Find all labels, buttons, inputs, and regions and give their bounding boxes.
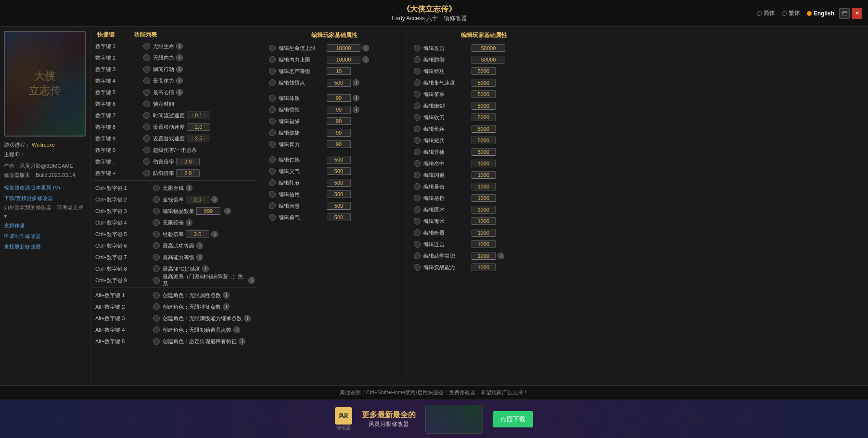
ad-download-button[interactable]: 点面下载 — [493, 411, 533, 427]
edit-spear-input[interactable] — [472, 125, 496, 133]
toggle-c7[interactable] — [153, 254, 160, 261]
edit-toggle-ren[interactable] — [269, 156, 276, 163]
edit-toggle-poison[interactable] — [414, 218, 421, 225]
edit-li-input[interactable] — [327, 179, 351, 187]
more-link[interactable]: 查找更新修改器 — [4, 241, 86, 252]
edit-zhi-input[interactable] — [327, 202, 351, 210]
edit-fame-input[interactable] — [327, 67, 351, 75]
info-icon[interactable]: ℹ — [244, 315, 251, 322]
toggle-4[interactable] — [143, 77, 150, 84]
edit-toggle-dodge[interactable] — [414, 172, 421, 178]
toggle-a3[interactable] — [153, 315, 160, 322]
edit-combo-input[interactable] — [472, 240, 496, 248]
edit-toggle-short[interactable] — [414, 137, 421, 144]
info-icon[interactable]: ℹ — [223, 292, 230, 299]
info-icon[interactable]: ℹ — [196, 242, 203, 249]
toggle-c4[interactable] — [153, 219, 160, 226]
edit-toggle-mp[interactable] — [269, 56, 276, 63]
toggle-a2[interactable] — [153, 303, 160, 310]
speed-selector-8[interactable]: 〈 2.0 〉 — [187, 123, 210, 131]
edit-toggle-agi[interactable] — [269, 129, 276, 136]
info-icon[interactable]: ℹ — [239, 338, 245, 345]
toggle-a1[interactable] — [153, 292, 160, 299]
edit-mp-input[interactable] — [327, 56, 360, 63]
edit-med-input[interactable] — [472, 206, 496, 213]
edit-atk-input[interactable] — [472, 44, 505, 52]
edit-toggle-med[interactable] — [414, 206, 421, 213]
edit-str-input[interactable] — [327, 140, 351, 148]
edit-luck-input[interactable] — [327, 117, 351, 125]
toggle-c3[interactable] — [153, 208, 160, 214]
toggle-c9[interactable] — [153, 277, 160, 284]
lang-simplified-radio[interactable] — [757, 11, 762, 16]
edit-toggle-fame[interactable] — [269, 68, 276, 75]
toggle-12[interactable] — [143, 170, 150, 176]
edit-toggle-yi[interactable] — [269, 168, 276, 175]
edit-dodge-input[interactable] — [472, 171, 496, 179]
edit-wis-input[interactable] — [327, 106, 351, 113]
info-icon[interactable]: ℹ — [196, 254, 203, 261]
edit-toggle-combat[interactable] — [414, 264, 421, 271]
edit-sword-input[interactable] — [472, 102, 496, 110]
info-icon[interactable]: ℹ — [223, 303, 230, 310]
toggle-2[interactable] — [143, 54, 150, 61]
edit-yi-input[interactable] — [327, 167, 351, 175]
support-author-link[interactable]: 支持作者 — [4, 220, 86, 231]
edit-wuknow-input[interactable] — [472, 252, 496, 260]
edit-toggle-zhi[interactable] — [269, 202, 276, 209]
lang-traditional[interactable]: 繁体 — [782, 9, 800, 17]
edit-agi-input[interactable] — [327, 129, 351, 137]
edit-toggle-li[interactable] — [269, 179, 276, 186]
edit-toggle-wis[interactable] — [269, 106, 276, 113]
info-icon[interactable]: ℹ — [233, 326, 240, 333]
edit-toggle-spear[interactable] — [414, 125, 421, 132]
edit-toggle-str[interactable] — [269, 141, 276, 148]
edit-ren-input[interactable] — [327, 156, 351, 163]
edit-toggle-palm[interactable] — [414, 91, 421, 98]
info-icon[interactable]: ℹ — [224, 208, 231, 214]
edit-toggle-sword[interactable] — [414, 102, 421, 109]
info-icon[interactable]: ℹ — [176, 43, 183, 50]
info-icon[interactable]: ℹ — [353, 79, 359, 86]
edit-block-input[interactable] — [472, 194, 496, 202]
edit-def-input[interactable] — [472, 56, 505, 63]
toggle-6[interactable] — [143, 100, 150, 107]
info-icon[interactable]: ℹ — [176, 54, 183, 61]
help-link[interactable]: 申请制作修改器 — [4, 231, 86, 241]
edit-insight-input[interactable] — [327, 79, 351, 87]
info-icon[interactable]: ℹ — [176, 77, 183, 84]
speed-selector-c5[interactable]: 〈 2.0 〉 — [186, 230, 209, 238]
toggle-7[interactable] — [143, 112, 150, 119]
edit-hp-input[interactable] — [327, 44, 360, 52]
edit-toggle-insight[interactable] — [269, 79, 276, 86]
toggle-a5[interactable] — [153, 338, 160, 345]
info-icon[interactable]: ℹ — [362, 45, 369, 51]
update-check-link[interactable]: 检查修改器版本更新 (V) — [4, 182, 86, 193]
info-icon[interactable]: ℹ — [176, 66, 183, 73]
info-icon[interactable]: ℹ — [186, 185, 192, 191]
edit-toggle-con[interactable] — [269, 95, 276, 101]
info-icon[interactable]: ℹ — [353, 106, 359, 113]
edit-toggle-music[interactable] — [414, 149, 421, 155]
edit-toggle-yong[interactable] — [269, 214, 276, 221]
toggle-a4[interactable] — [153, 326, 160, 333]
info-icon[interactable]: ℹ — [211, 231, 218, 238]
edit-palm-input[interactable] — [472, 90, 496, 98]
speed-selector-12[interactable]: 〈 2.0 〉 — [176, 169, 200, 177]
speed-selector-11[interactable]: 〈 2.0 〉 — [176, 158, 200, 165]
toggle-c6[interactable] — [153, 242, 160, 249]
download-link[interactable]: 下载/查找更多修改器 — [4, 193, 86, 203]
info-icon[interactable]: ℹ — [353, 95, 359, 101]
edit-crit-input[interactable] — [472, 183, 496, 190]
info-icon[interactable]: ℹ — [248, 277, 255, 284]
toggle-10[interactable] — [143, 147, 150, 153]
edit-toggle-hidden[interactable] — [414, 229, 421, 236]
edit-combat-input[interactable] — [472, 263, 496, 271]
toggle-1[interactable] — [143, 43, 150, 50]
toggle-c5[interactable] — [153, 231, 160, 238]
toggle-5[interactable] — [143, 89, 150, 96]
lang-english-radio[interactable] — [807, 11, 812, 16]
edit-toggle-block[interactable] — [414, 195, 421, 201]
speed-selector-7[interactable]: 〈 0.1 〉 — [187, 112, 210, 119]
toggle-11[interactable] — [143, 158, 150, 165]
